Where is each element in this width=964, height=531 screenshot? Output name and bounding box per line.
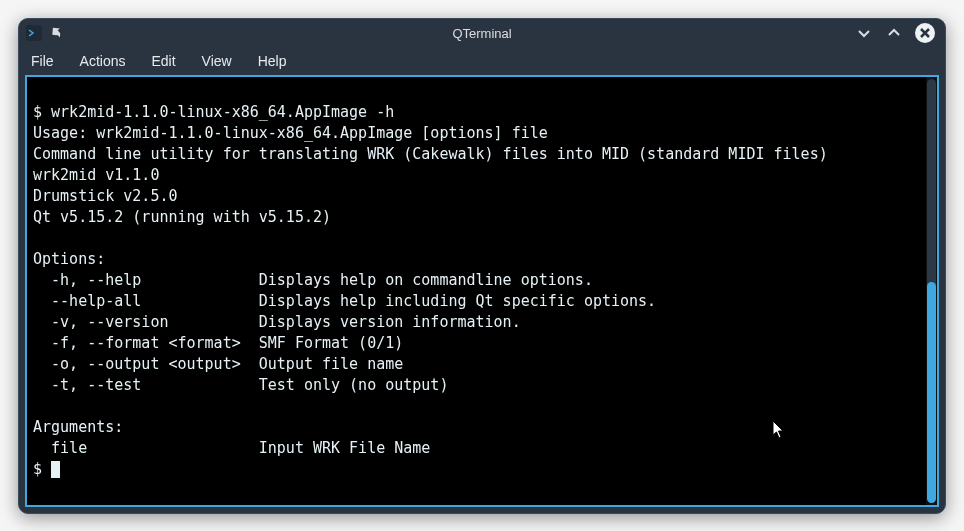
option-row: -o, --output <output> Output file name — [33, 355, 403, 373]
prompt: $ — [33, 103, 42, 121]
menu-actions[interactable]: Actions — [80, 53, 126, 69]
terminal[interactable]: $ wrk2mid-1.1.0-linux-x86_64.AppImage -h… — [27, 77, 926, 505]
output-ver1: wrk2mid v1.1.0 — [33, 166, 159, 184]
option-row: -t, --test Test only (no output) — [33, 376, 448, 394]
maximize-button[interactable] — [885, 24, 903, 42]
argument-row: file Input WRK File Name — [33, 439, 430, 457]
menu-edit[interactable]: Edit — [151, 53, 175, 69]
option-row: -f, --format <format> SMF Format (0/1) — [33, 334, 403, 352]
output-ver3: Qt v5.15.2 (running with v5.15.2) — [33, 208, 331, 226]
option-row: -v, --version Displays version informati… — [33, 313, 521, 331]
cursor — [51, 461, 60, 478]
app-icon — [25, 24, 43, 42]
window-title: QTerminal — [115, 26, 849, 41]
output-usage: Usage: wrk2mid-1.1.0-linux-x86_64.AppIma… — [33, 124, 548, 142]
close-button[interactable] — [915, 23, 935, 43]
titlebar[interactable]: QTerminal — [19, 19, 945, 48]
arguments-header: Arguments: — [33, 418, 123, 436]
options-header: Options: — [33, 250, 105, 268]
scrollbar-thumb[interactable] — [927, 282, 936, 503]
minimize-button[interactable] — [855, 24, 873, 42]
pin-icon[interactable] — [47, 24, 65, 42]
prompt: $ — [33, 460, 42, 478]
terminal-area: $ wrk2mid-1.1.0-linux-x86_64.AppImage -h… — [25, 75, 939, 507]
menubar: File Actions Edit View Help — [19, 48, 945, 75]
output-desc: Command line utility for translating WRK… — [33, 145, 828, 163]
menu-file[interactable]: File — [31, 53, 54, 69]
command-text: wrk2mid-1.1.0-linux-x86_64.AppImage -h — [51, 103, 394, 121]
menu-help[interactable]: Help — [258, 53, 287, 69]
option-row: --help-all Displays help including Qt sp… — [33, 292, 656, 310]
menu-view[interactable]: View — [202, 53, 232, 69]
app-window: QTerminal File Actions Edit View Help $ … — [18, 18, 946, 514]
output-ver2: Drumstick v2.5.0 — [33, 187, 178, 205]
option-row: -h, --help Displays help on commandline … — [33, 271, 593, 289]
scrollbar[interactable] — [926, 77, 937, 505]
